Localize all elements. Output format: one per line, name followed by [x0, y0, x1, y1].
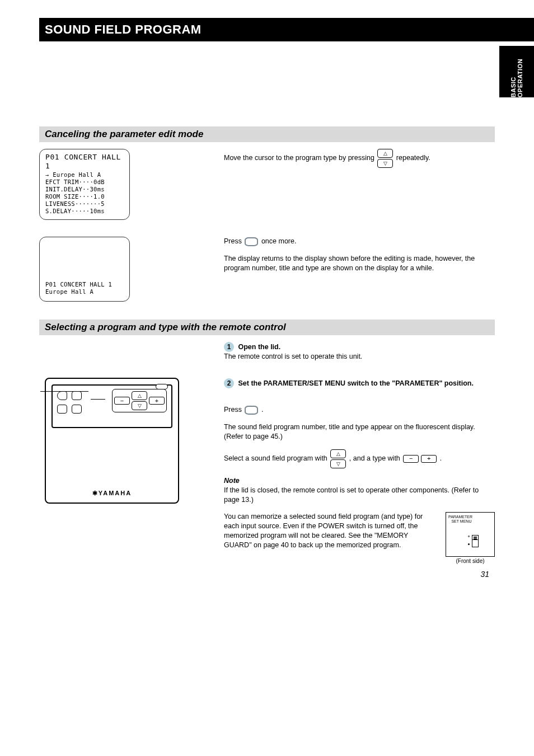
lcd1-line6: LIVENESS·······5: [45, 200, 124, 208]
p3b: .: [261, 406, 263, 414]
led-bottom: [468, 543, 470, 545]
lcd1-line7: S.DELAY·····10ms: [45, 208, 124, 215]
lcd1-line4: INIT.DELAY··30ms: [45, 186, 124, 193]
section-heading-cancel: Canceling the parameter edit mode: [39, 126, 495, 142]
arrow-down-icon: ▽: [330, 459, 346, 468]
remote-brand: ✱YAMAHA: [51, 490, 172, 497]
step2-title: Set the PARAMETER/SET MENU switch to the…: [238, 379, 473, 387]
step-1-badge: 1: [224, 342, 234, 352]
p1a: Move the cursor to the program type by p…: [224, 154, 374, 162]
plus-button: +: [149, 397, 165, 405]
remote-btn-a: [57, 391, 67, 400]
remote-btn-d: [72, 405, 82, 414]
lcd2-line1: P01 CONCERT HALL 1: [45, 281, 124, 288]
memory-guard-note: You can memorize a selected sound field …: [224, 512, 438, 550]
p3a: Press: [224, 406, 242, 414]
step-2-badge: 2: [224, 378, 234, 388]
remote-control-figure: − △ ▽ + ✱YAMAHA: [45, 378, 179, 504]
lcd-screen-1: P01 CONCERT HALL 1 → Europe Hall A EFCT …: [39, 149, 130, 220]
down-arrow-icon: ▽: [377, 159, 393, 168]
remote-body: 1 Open the lid. The remote control is se…: [213, 342, 495, 564]
p5post: , and a type with: [349, 454, 400, 462]
remote-btn-c: [57, 405, 67, 414]
lcd2-line2: Europe Hall A: [45, 288, 124, 295]
p5pre: Select a sound field program with: [224, 454, 327, 462]
arrow-up-icon: △: [330, 449, 346, 458]
step1-title: Open the lid.: [238, 343, 280, 351]
step1-body: The remote control is set to operate thi…: [224, 353, 362, 360]
up-arrow-icon: △: [377, 149, 393, 158]
p3: The display returns to the display shown…: [224, 254, 495, 273]
remote-btn-b: [72, 391, 82, 400]
note-body: If the lid is closed, the remote control…: [224, 486, 479, 504]
rear-caption: (Front side): [446, 558, 495, 564]
cancel-step-text2: Press once more. The display returns to …: [213, 237, 495, 281]
section-heading-remote: Selecting a program and type with the re…: [39, 320, 495, 335]
lcd1-line2: → Europe Hall A: [45, 171, 124, 179]
lcd1-line3: EFCT TRIM····0dB: [45, 179, 124, 186]
p2b: once more.: [261, 237, 297, 245]
page-number: 31: [480, 570, 489, 579]
p1b: repeatedly.: [396, 154, 430, 162]
lcd1-line5: ROOM SIZE····1.0: [45, 193, 124, 200]
plus-icon: +: [421, 455, 437, 463]
arrow-up-button: △: [132, 391, 147, 400]
minus-button: −: [114, 397, 130, 405]
note-label: Note: [224, 477, 240, 485]
arrow-down-button: ▽: [132, 401, 147, 410]
rear-label: PARAMETER SET MENU: [448, 515, 472, 523]
set-button-icon-2: [245, 406, 258, 415]
lcd-screen-2: P01 CONCERT HALL 1 Europe Hall A: [39, 237, 130, 302]
lcd1-line1: P01 CONCERT HALL 1: [45, 153, 124, 171]
p4: The sound field program number, title an…: [224, 422, 495, 442]
parameter-set-menu-switch: [472, 535, 479, 547]
led-top: [468, 536, 470, 537]
set-button-icon: [245, 237, 258, 246]
side-tab-label: BASIC OPERATION: [510, 46, 523, 97]
cancel-step-text: Move the cursor to the program type by p…: [213, 149, 495, 176]
rear-panel-figure: PARAMETER SET MENU: [446, 512, 495, 557]
p5end: .: [440, 454, 442, 462]
p2a: Press: [224, 237, 242, 245]
page-title: SOUND FIELD PROGRAM: [45, 22, 202, 37]
minus-icon: −: [403, 455, 419, 463]
